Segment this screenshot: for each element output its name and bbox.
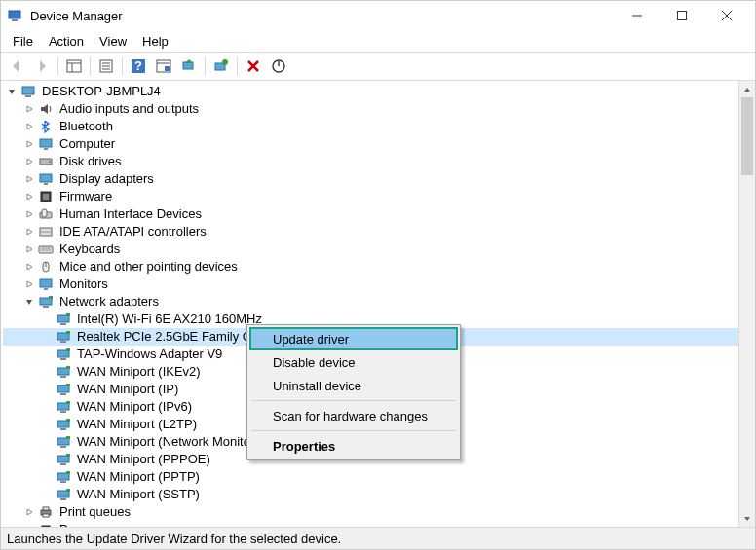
tree-node-label: WAN Miniport (L2TP): [75, 416, 199, 433]
context-separator: [251, 430, 456, 431]
category-node[interactable]: Display adapters: [3, 170, 738, 188]
svg-rect-18: [183, 62, 193, 69]
scroll-down-button[interactable]: [739, 510, 755, 527]
tree-node-label: Display adapters: [57, 170, 156, 188]
disk-icon: [38, 154, 54, 169]
monitor-icon: [38, 276, 54, 292]
svg-rect-53: [60, 358, 66, 360]
mouse-icon: [38, 259, 54, 275]
svg-rect-72: [66, 454, 70, 457]
network-adapter-icon: [56, 487, 71, 502]
toolbar-separator: [205, 56, 206, 76]
bluetooth-icon: [38, 119, 54, 134]
expand-icon[interactable]: [22, 190, 36, 203]
disable-button[interactable]: [267, 55, 290, 78]
scroll-track[interactable]: [739, 97, 755, 510]
tree-node-label: DESKTOP-JBMPLJ4: [40, 83, 163, 100]
back-button[interactable]: [5, 55, 28, 78]
update-driver-button[interactable]: [177, 55, 201, 78]
expand-icon[interactable]: [22, 155, 36, 168]
category-node[interactable]: IDE ATA/ATAPI controllers: [3, 223, 738, 240]
svg-rect-41: [40, 279, 52, 287]
expand-icon[interactable]: [22, 242, 36, 256]
context-properties[interactable]: Properties: [249, 434, 458, 458]
scan-hardware-button[interactable]: [209, 55, 233, 78]
tree-node-label: Audio inputs and outputs: [57, 100, 201, 118]
svg-rect-67: [57, 438, 69, 445]
twisty-none: [40, 365, 54, 379]
category-node[interactable]: Monitors: [3, 275, 738, 293]
menu-action[interactable]: Action: [41, 32, 92, 51]
context-update-driver[interactable]: Update driver: [249, 327, 458, 350]
window-controls: [615, 1, 749, 30]
network-adapter-icon: [56, 329, 71, 345]
network-adapter-icon: [56, 434, 71, 450]
category-node[interactable]: Firmware: [3, 188, 738, 205]
category-node[interactable]: Keyboards: [3, 240, 738, 258]
svg-rect-28: [40, 174, 52, 182]
expand-icon[interactable]: [22, 207, 36, 221]
context-uninstall-device[interactable]: Uninstall device: [249, 374, 458, 397]
tree-node-label: Keyboards: [57, 240, 122, 258]
tree-node-label: Computer: [57, 135, 117, 153]
properties-button[interactable]: [94, 55, 118, 78]
expand-icon[interactable]: [22, 172, 36, 186]
close-button[interactable]: [704, 1, 749, 30]
category-node[interactable]: Print queues: [3, 503, 738, 521]
svg-rect-64: [57, 421, 69, 427]
scroll-thumb[interactable]: [741, 97, 753, 175]
expand-icon[interactable]: [22, 277, 36, 291]
network-adapter-icon: [56, 312, 71, 327]
menu-view[interactable]: View: [92, 32, 134, 51]
twisty-none: [40, 312, 54, 326]
help-button[interactable]: ?: [127, 55, 150, 78]
menu-file[interactable]: File: [5, 32, 41, 51]
computer-icon: [38, 136, 54, 152]
category-node[interactable]: Mice and other pointing devices: [3, 258, 738, 275]
expand-icon[interactable]: [22, 102, 36, 116]
category-node[interactable]: Human Interface Devices: [3, 205, 738, 223]
expand-icon[interactable]: [22, 260, 36, 274]
svg-rect-74: [60, 481, 66, 483]
uninstall-button[interactable]: [242, 55, 265, 78]
svg-rect-25: [44, 148, 48, 150]
context-scan-hardware[interactable]: Scan for hardware changes: [249, 404, 458, 427]
show-hide-tree-button[interactable]: [62, 55, 86, 78]
tree-node-label: WAN Miniport (PPPOE): [75, 451, 212, 468]
category-node[interactable]: Disk drives: [3, 153, 738, 170]
category-node[interactable]: Audio inputs and outputs: [3, 100, 738, 118]
action-button[interactable]: [152, 55, 175, 78]
minimize-button[interactable]: [615, 1, 660, 30]
svg-rect-71: [60, 463, 66, 465]
svg-rect-49: [57, 333, 69, 340]
device-node[interactable]: WAN Miniport (SSTP): [3, 486, 738, 503]
collapse-icon[interactable]: [22, 295, 36, 309]
twisty-none: [40, 383, 54, 396]
scroll-up-button[interactable]: [739, 81, 755, 97]
device-tree[interactable]: DESKTOP-JBMPLJ4 Audio inputs and outputs…: [1, 81, 738, 527]
category-node-network[interactable]: Network adapters: [3, 293, 738, 311]
collapse-icon[interactable]: [5, 85, 19, 98]
svg-rect-44: [43, 306, 49, 308]
category-node[interactable]: Bluetooth: [3, 118, 738, 135]
expand-icon[interactable]: [22, 523, 36, 527]
menu-help[interactable]: Help: [134, 32, 176, 51]
device-node[interactable]: WAN Miniport (PPTP): [3, 468, 738, 486]
maximize-button[interactable]: [660, 1, 704, 30]
twisty-none: [40, 418, 54, 431]
context-disable-device[interactable]: Disable device: [249, 350, 458, 374]
expand-icon[interactable]: [22, 225, 36, 238]
tree-node-label: WAN Miniport (IPv6): [75, 398, 194, 416]
category-node[interactable]: Processors: [3, 521, 738, 527]
svg-rect-59: [60, 393, 66, 395]
root-node[interactable]: DESKTOP-JBMPLJ4: [3, 83, 738, 100]
vertical-scrollbar[interactable]: [738, 81, 755, 527]
category-node[interactable]: Computer: [3, 135, 738, 153]
statusbar: Launches the Update Driver Wizard for th…: [1, 528, 755, 549]
tree-node-label: WAN Miniport (IKEv2): [75, 363, 203, 381]
expand-icon[interactable]: [22, 505, 36, 519]
svg-rect-48: [66, 313, 70, 316]
expand-icon[interactable]: [22, 137, 36, 151]
forward-button[interactable]: [30, 55, 54, 78]
expand-icon[interactable]: [22, 120, 36, 133]
